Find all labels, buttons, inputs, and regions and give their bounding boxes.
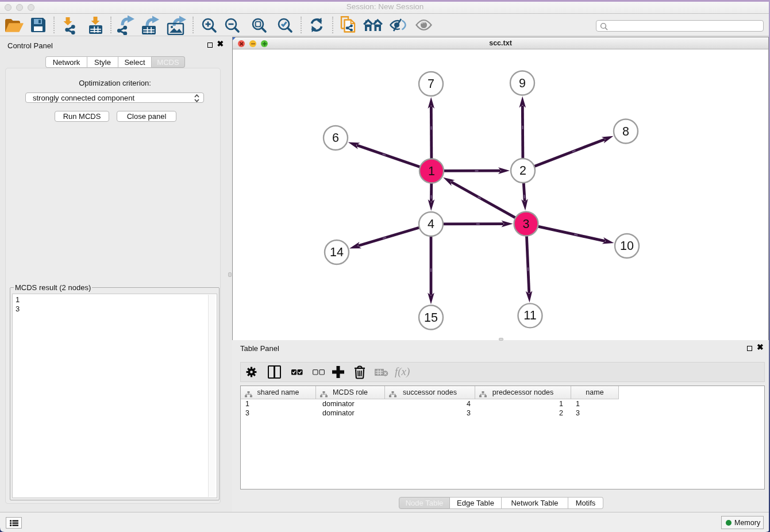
svg-text:14: 14: [330, 245, 344, 259]
svg-text:11: 11: [523, 309, 536, 322]
svg-text:3: 3: [523, 217, 530, 231]
svg-text:8: 8: [622, 125, 629, 138]
svg-text:6: 6: [332, 131, 339, 145]
svg-text:7: 7: [428, 77, 434, 91]
svg-text:2: 2: [519, 164, 526, 178]
svg-text:4: 4: [428, 217, 434, 231]
svg-text:15: 15: [424, 311, 438, 325]
svg-text:1: 1: [428, 164, 435, 178]
svg-text:9: 9: [519, 76, 526, 90]
svg-text:10: 10: [620, 239, 634, 253]
